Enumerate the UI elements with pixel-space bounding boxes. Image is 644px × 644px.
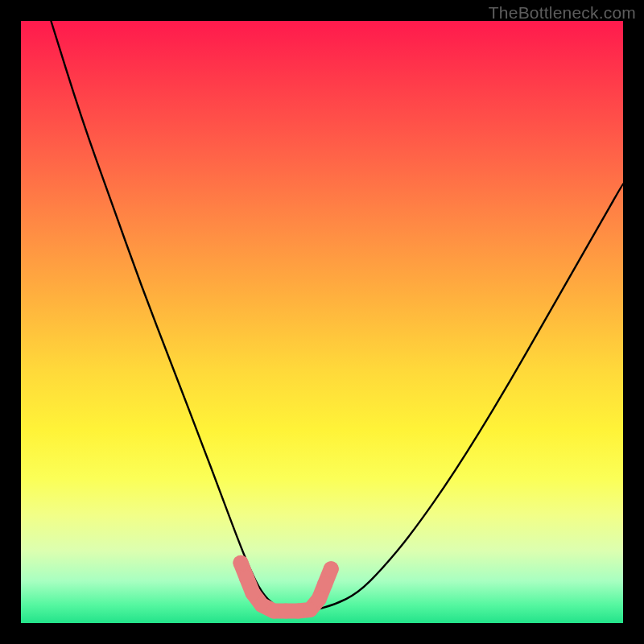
optimal-range-dot bbox=[312, 592, 327, 607]
optimal-range-dot bbox=[239, 570, 254, 585]
optimal-range-dot bbox=[233, 555, 249, 571]
optimal-range-dot bbox=[324, 561, 339, 576]
gradient-plot-area bbox=[21, 21, 623, 623]
optimal-range-dot bbox=[317, 576, 332, 592]
watermark-text: TheBottleneck.com bbox=[489, 3, 636, 23]
chart-frame: TheBottleneck.com bbox=[0, 0, 644, 644]
chart-svg bbox=[21, 21, 623, 623]
optimal-range-marker bbox=[233, 555, 339, 619]
bottleneck-curve bbox=[51, 21, 623, 611]
